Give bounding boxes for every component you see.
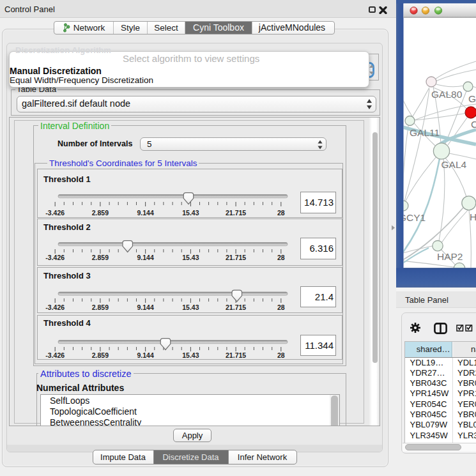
svg-text:GAL11: GAL11 xyxy=(410,127,440,138)
svg-text:CY: CY xyxy=(471,119,476,130)
svg-text:2.859: 2.859 xyxy=(92,254,109,261)
svg-text:2.859: 2.859 xyxy=(92,303,109,311)
svg-text:GAL4: GAL4 xyxy=(441,159,467,170)
svg-text:-3.426: -3.426 xyxy=(45,209,65,217)
svg-text:HI: HI xyxy=(470,211,476,222)
svg-text:GAL: GAL xyxy=(468,93,476,104)
svg-text:15.43: 15.43 xyxy=(182,209,199,217)
svg-text:28: 28 xyxy=(277,254,285,261)
svg-text:9.144: 9.144 xyxy=(137,303,153,311)
svg-text:28: 28 xyxy=(277,303,285,311)
svg-text:28: 28 xyxy=(277,209,285,217)
svg-text:-3.426: -3.426 xyxy=(45,303,65,311)
svg-text:28: 28 xyxy=(277,351,285,359)
svg-text:9.144: 9.144 xyxy=(137,209,153,217)
svg-text:21.715: 21.715 xyxy=(226,303,246,311)
svg-text:9.144: 9.144 xyxy=(137,351,153,359)
svg-text:21.715: 21.715 xyxy=(226,209,246,217)
svg-text:2.859: 2.859 xyxy=(92,351,109,359)
svg-text:15.43: 15.43 xyxy=(182,254,199,261)
svg-text:-3.426: -3.426 xyxy=(45,254,65,261)
svg-text:2.859: 2.859 xyxy=(92,209,109,217)
svg-text:9.144: 9.144 xyxy=(137,254,153,261)
svg-text:15.43: 15.43 xyxy=(182,303,199,311)
svg-text:21.715: 21.715 xyxy=(226,254,246,261)
svg-text:GAL80: GAL80 xyxy=(431,89,463,100)
svg-text:21.715: 21.715 xyxy=(226,351,246,359)
svg-text:HAP2: HAP2 xyxy=(437,251,463,262)
svg-text:15.43: 15.43 xyxy=(182,351,199,359)
svg-text:-3.426: -3.426 xyxy=(45,351,65,359)
